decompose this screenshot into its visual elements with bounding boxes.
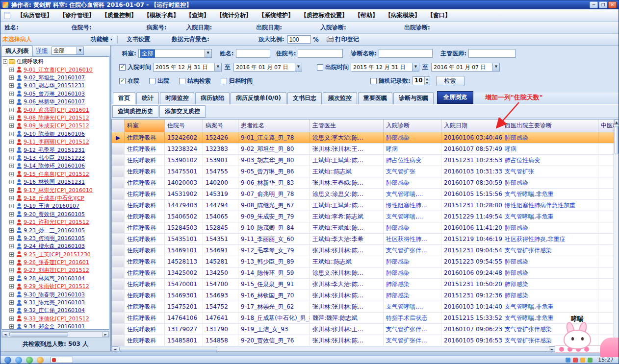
row-selector[interactable] (112, 155, 125, 166)
row-selector[interactable] (112, 256, 125, 267)
collapse-icon[interactable]: - (3, 59, 7, 64)
row-selector[interactable] (112, 301, 125, 312)
expand-icon[interactable]: + (9, 244, 14, 248)
main-tab[interactable]: 频次监控 (323, 92, 357, 104)
main-tab[interactable]: 病历反馈单(0/0) (231, 92, 286, 104)
checkbox-discharged[interactable] (149, 78, 155, 84)
row-selector[interactable] (112, 144, 125, 154)
row-selector[interactable]: ▶ (112, 132, 125, 143)
print-register-button[interactable]: 打印登记 (327, 35, 359, 44)
row-selector[interactable] (112, 279, 125, 290)
taskbar-app-icon[interactable] (26, 357, 33, 364)
expand-icon[interactable]: + (9, 284, 14, 289)
expand-icon[interactable]: + (9, 308, 14, 313)
tray-icon[interactable] (580, 358, 585, 363)
row-selector[interactable] (112, 234, 125, 244)
search-button[interactable]: 检索 (436, 76, 464, 86)
row-selector[interactable] (112, 245, 125, 256)
desktop-pet-rabbit[interactable] (563, 322, 593, 349)
tray-icon[interactable] (588, 358, 593, 363)
tree-item-patient[interactable]: +9-10_陈茂卿_20160106 (3, 130, 109, 138)
tree-item-patient[interactable]: +9-28_林凤茑_20160104 (3, 274, 109, 282)
tree-item-patient[interactable]: +9-26_张香莲[CP]_201601 (3, 258, 109, 266)
table-row[interactable]: 住院呼吸科134250021342509-14_陈传环_男_59涂思义:张川林:… (112, 267, 614, 279)
column-header[interactable]: 患者姓名 (238, 120, 310, 132)
tree-item-patient[interactable]: +9-19_王洁_20160107 (3, 202, 109, 210)
table-row[interactable]: 住院呼吸科147641061476419-18_丘成基(中石化)_男_86魏萍:… (112, 313, 614, 324)
tree-item-patient[interactable]: +9-12_毛季琴_20151231 (3, 146, 109, 154)
taskbar-browser-icon[interactable] (15, 357, 22, 364)
main-tab[interactable]: 首页 (113, 92, 135, 104)
table-vertical-scrollbar[interactable]: ▲ ▼ (614, 119, 619, 346)
expand-icon[interactable]: + (9, 300, 14, 305)
expand-icon[interactable]: + (9, 83, 14, 88)
expand-icon[interactable]: + (9, 268, 14, 272)
menu-item[interactable]: 【查询】 (182, 11, 213, 20)
main-tab[interactable]: 重要医嘱 (358, 92, 392, 104)
table-row[interactable]: 住院呼吸科144794031447949-08_陈继光_男_67王斌灿:王斌灿:… (112, 200, 614, 211)
expand-icon[interactable]: + (9, 228, 14, 233)
column-header[interactable]: 入院诊断 (384, 120, 441, 132)
tree-item-patient[interactable]: +9-23_孙一三_20160105 (3, 226, 109, 234)
expand-icon[interactable]: + (9, 236, 14, 241)
table-row[interactable]: 住院呼吸科140200031402009-06_林新华_男_83张川林:王春娥:… (112, 177, 614, 189)
chevron-down-icon[interactable]: ▼ (412, 63, 419, 71)
add-cross-qc-button[interactable]: 添加交叉质控 (159, 105, 206, 118)
tree-item-patient[interactable]: +9-03_胡志华_20151231 (3, 82, 109, 90)
close-icon[interactable]: ✕ (608, 1, 617, 8)
row-selector[interactable] (112, 200, 125, 211)
main-tab[interactable]: 统计 (136, 92, 159, 104)
expand-icon[interactable]: + (9, 316, 14, 321)
expand-icon[interactable]: + (9, 212, 14, 217)
chevron-down-icon[interactable]: ▼ (77, 47, 83, 54)
date-input[interactable]: 2015 年 12 月 31 日▼ (153, 63, 222, 72)
table-row[interactable]: 住院呼吸科154752011547529-17_林崇光_男_62张川林:张川林:… (112, 301, 614, 313)
expand-icon[interactable]: + (9, 204, 14, 208)
checkbox-discharge-time[interactable] (317, 64, 323, 71)
chevron-down-icon[interactable]: ▼ (205, 49, 211, 57)
expand-icon[interactable]: + (9, 75, 14, 80)
tree-item-patient[interactable]: +9-01_江立遵[CP]_2016010 (3, 66, 109, 73)
expand-icon[interactable]: + (9, 252, 14, 257)
main-tab[interactable]: 时限监控 (160, 92, 194, 104)
row-selector[interactable] (112, 222, 125, 233)
checkbox-archive-time[interactable] (221, 78, 227, 84)
expand-icon[interactable]: + (9, 99, 14, 104)
dept-filter-dropdown[interactable]: 全部 ▼ (138, 49, 212, 58)
tree-item-patient[interactable]: +9-21_许和光[CP]_201512 (3, 218, 109, 226)
table-row[interactable]: 住院呼吸科153901021539019-03_胡志华_男_80王斌灿:王斌灿:… (112, 155, 614, 166)
menu-item[interactable]: 【病案模块】 (382, 11, 424, 20)
expand-icon[interactable]: + (9, 123, 14, 128)
expand-icon[interactable]: + (9, 188, 14, 193)
tray-icon[interactable] (566, 358, 570, 363)
tray-icon[interactable] (573, 358, 578, 363)
scrollbar-thumb[interactable] (9, 332, 68, 337)
taskbar-window-button[interactable] (51, 357, 73, 363)
chevron-down-icon[interactable]: ▼ (492, 63, 499, 71)
chevron-down-icon[interactable]: ▼ (214, 63, 221, 71)
tree-item-patient[interactable]: +9-08_陈继光[CP]_201512 (3, 114, 109, 121)
patient-filter-dropdown[interactable]: 全部 ▼ (52, 47, 84, 55)
column-header[interactable]: 病案号 (203, 120, 238, 132)
tree-item-patient[interactable]: +9-30_陈春明_20160103 (3, 291, 109, 298)
row-selector[interactable] (112, 177, 125, 188)
diagnosis-filter-input[interactable] (379, 49, 433, 58)
expand-icon[interactable]: + (9, 196, 14, 200)
tree-item-patient[interactable]: +9-05_曾万琳_20160103 (3, 90, 109, 97)
doctor-filter-input[interactable] (468, 49, 516, 58)
menu-item[interactable]: 【系统维护】 (255, 11, 297, 20)
zoom-input[interactable] (287, 35, 311, 44)
row-selector[interactable] (112, 313, 125, 323)
expand-icon[interactable]: + (9, 156, 14, 160)
expand-icon[interactable]: + (9, 260, 14, 265)
table-row[interactable]: 住院呼吸科152845031528459-10_陈茂卿_男_84王斌灿:王斌灿:… (112, 222, 614, 234)
date-input[interactable]: 2015 年 12 月 31 日▼ (351, 63, 419, 72)
tree-item-patient[interactable]: +9-18_丘成基(中石化)[CP (3, 194, 109, 202)
expand-icon[interactable]: + (9, 180, 14, 184)
tree-item-patient[interactable]: +9-20_贾效信_20160105 (3, 210, 109, 218)
column-header[interactable]: 主管医生 (310, 120, 384, 132)
tree-horizontal-scrollbar[interactable]: ◄ ► (1, 331, 109, 338)
row-selector[interactable] (112, 166, 125, 177)
tree-root-department[interactable]: - 住院呼吸科 (3, 57, 109, 66)
doc-settings-button[interactable]: 文书设置 (127, 35, 150, 44)
